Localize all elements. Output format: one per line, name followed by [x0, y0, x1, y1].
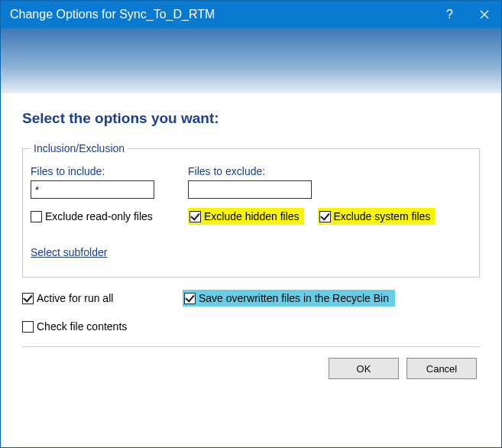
- check-file-contents-checkbox[interactable]: Check file contents: [22, 320, 127, 333]
- exclude-readonly-checkbox[interactable]: Exclude read-only files: [31, 210, 188, 222]
- cancel-button[interactable]: Cancel: [406, 358, 477, 379]
- button-bar: OK Cancel: [22, 358, 480, 379]
- save-recycle-label: Save overwritten files in the Recycle Bi…: [199, 292, 389, 304]
- exclude-label: Files to exclude:: [188, 165, 345, 177]
- group-legend: Inclusion/Exclusion: [31, 142, 128, 154]
- divider: [22, 346, 480, 347]
- close-button[interactable]: [467, 1, 501, 28]
- exclude-input[interactable]: [188, 180, 312, 199]
- page-heading: Select the options you want:: [22, 110, 480, 127]
- checkbox-icon: [31, 211, 42, 222]
- ok-button[interactable]: OK: [329, 358, 399, 379]
- check-file-contents-label: Check file contents: [37, 320, 127, 333]
- exclude-system-label: Exclude system files: [334, 210, 431, 222]
- select-subfolder-link[interactable]: Select subfolder: [31, 246, 107, 258]
- window-title: Change Options for Sync_To_D_RTM: [10, 8, 432, 21]
- exclude-hidden-checkbox[interactable]: Exclude hidden files: [189, 210, 300, 222]
- active-run-all-label: Active for run all: [37, 292, 113, 304]
- header-banner: [1, 28, 501, 93]
- exclude-system-checkbox[interactable]: Exclude system files: [319, 210, 431, 222]
- checkbox-icon: [184, 293, 196, 304]
- include-input[interactable]: [31, 180, 154, 199]
- checkbox-icon: [22, 293, 34, 304]
- titlebar: Change Options for Sync_To_D_RTM ?: [1, 1, 501, 28]
- content-area: Select the options you want: Inclusion/E…: [1, 93, 501, 379]
- include-label: Files to include:: [31, 165, 188, 177]
- close-icon: [480, 10, 489, 19]
- checkbox-icon: [319, 211, 331, 222]
- exclude-readonly-label: Exclude read-only files: [45, 210, 153, 222]
- inclusion-exclusion-group: Inclusion/Exclusion Files to include: Fi…: [22, 142, 480, 278]
- checkbox-icon: [22, 321, 34, 333]
- checkbox-icon: [189, 211, 201, 222]
- help-button[interactable]: ?: [432, 1, 467, 28]
- exclude-hidden-label: Exclude hidden files: [204, 210, 300, 222]
- active-run-all-checkbox[interactable]: Active for run all: [22, 292, 113, 304]
- save-recycle-checkbox[interactable]: Save overwritten files in the Recycle Bi…: [184, 292, 389, 304]
